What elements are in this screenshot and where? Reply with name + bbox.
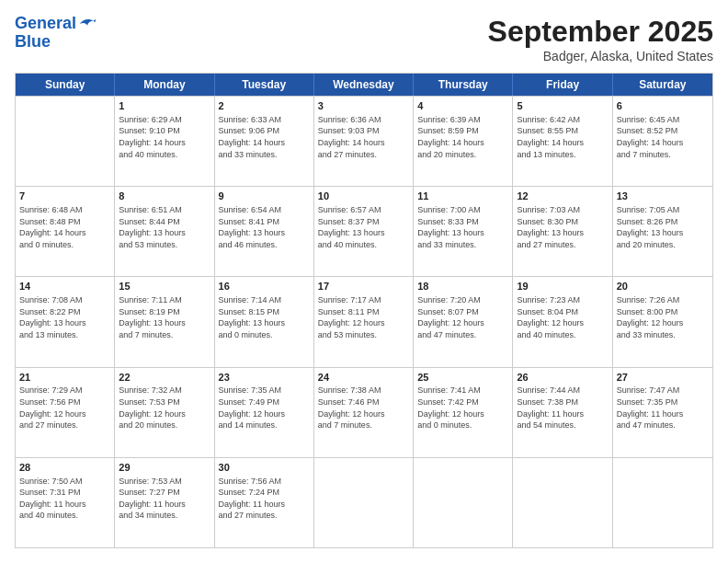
weekday-header: Thursday — [414, 74, 513, 96]
day-info: Sunrise: 7:17 AM Sunset: 8:11 PM Dayligh… — [318, 294, 409, 340]
calendar-cell: 20Sunrise: 7:26 AM Sunset: 8:00 PM Dayli… — [613, 277, 712, 366]
calendar-cell: 13Sunrise: 7:05 AM Sunset: 8:26 PM Dayli… — [613, 187, 712, 276]
day-info: Sunrise: 7:03 AM Sunset: 8:30 PM Dayligh… — [517, 204, 608, 250]
calendar-cell: 10Sunrise: 6:57 AM Sunset: 8:37 PM Dayli… — [314, 187, 414, 276]
calendar-cell: 15Sunrise: 7:11 AM Sunset: 8:19 PM Dayli… — [115, 277, 214, 366]
page: General Blue September 2025 Badger, Alas… — [0, 0, 728, 563]
weekday-header: Monday — [115, 74, 214, 96]
calendar-cell: 1Sunrise: 6:29 AM Sunset: 9:10 PM Daylig… — [115, 97, 214, 186]
day-number: 2 — [219, 99, 310, 113]
calendar-cell: 29Sunrise: 7:53 AM Sunset: 7:27 PM Dayli… — [115, 458, 214, 547]
day-info: Sunrise: 7:47 AM Sunset: 7:35 PM Dayligh… — [617, 385, 709, 431]
day-info: Sunrise: 6:51 AM Sunset: 8:44 PM Dayligh… — [119, 204, 210, 250]
calendar-cell: 24Sunrise: 7:38 AM Sunset: 7:46 PM Dayli… — [314, 368, 414, 457]
day-info: Sunrise: 7:00 AM Sunset: 8:33 PM Dayligh… — [417, 204, 508, 250]
calendar-cell: 22Sunrise: 7:32 AM Sunset: 7:53 PM Dayli… — [115, 368, 214, 457]
day-number: 3 — [318, 99, 409, 113]
day-number: 30 — [219, 461, 310, 475]
day-info: Sunrise: 7:38 AM Sunset: 7:46 PM Dayligh… — [318, 385, 409, 431]
calendar-cell: 28Sunrise: 7:50 AM Sunset: 7:31 PM Dayli… — [16, 458, 115, 547]
calendar-body: 1Sunrise: 6:29 AM Sunset: 9:10 PM Daylig… — [16, 96, 712, 547]
header: General Blue September 2025 Badger, Alas… — [15, 15, 713, 63]
day-number: 26 — [517, 371, 608, 385]
subtitle: Badger, Alaska, United States — [488, 49, 713, 63]
day-info: Sunrise: 6:54 AM Sunset: 8:41 PM Dayligh… — [219, 204, 310, 250]
calendar-cell: 27Sunrise: 7:47 AM Sunset: 7:35 PM Dayli… — [613, 368, 712, 457]
calendar-cell — [414, 458, 513, 547]
day-info: Sunrise: 6:42 AM Sunset: 8:55 PM Dayligh… — [517, 114, 608, 160]
calendar-cell: 19Sunrise: 7:23 AM Sunset: 8:04 PM Dayli… — [513, 277, 612, 366]
weekday-header: Saturday — [613, 74, 712, 96]
day-number: 9 — [219, 190, 310, 203]
day-number: 21 — [19, 371, 110, 385]
calendar-cell: 17Sunrise: 7:17 AM Sunset: 8:11 PM Dayli… — [314, 277, 414, 366]
weekday-header: Tuesday — [215, 74, 314, 96]
main-title: September 2025 — [488, 15, 713, 49]
calendar-cell: 26Sunrise: 7:44 AM Sunset: 7:38 PM Dayli… — [513, 368, 612, 457]
day-info: Sunrise: 6:33 AM Sunset: 9:06 PM Dayligh… — [219, 114, 310, 160]
calendar-cell: 6Sunrise: 6:45 AM Sunset: 8:52 PM Daylig… — [613, 97, 712, 186]
day-number: 20 — [617, 280, 709, 293]
day-number: 19 — [517, 280, 608, 293]
calendar-row: 21Sunrise: 7:29 AM Sunset: 7:56 PM Dayli… — [16, 367, 712, 457]
calendar-row: 1Sunrise: 6:29 AM Sunset: 9:10 PM Daylig… — [16, 96, 712, 186]
weekday-header: Wednesday — [314, 74, 414, 96]
calendar-cell: 2Sunrise: 6:33 AM Sunset: 9:06 PM Daylig… — [215, 97, 314, 186]
day-number: 4 — [417, 99, 508, 113]
day-info: Sunrise: 7:08 AM Sunset: 8:22 PM Dayligh… — [19, 294, 110, 340]
calendar-cell: 25Sunrise: 7:41 AM Sunset: 7:42 PM Dayli… — [414, 368, 513, 457]
day-number: 11 — [417, 190, 508, 203]
day-info: Sunrise: 6:57 AM Sunset: 8:37 PM Dayligh… — [318, 204, 409, 250]
day-number: 1 — [119, 99, 210, 113]
logo: General Blue — [15, 15, 97, 52]
day-number: 29 — [119, 461, 210, 475]
day-number: 8 — [119, 190, 210, 203]
calendar-cell — [314, 458, 414, 547]
calendar-cell — [513, 458, 612, 547]
calendar-cell: 12Sunrise: 7:03 AM Sunset: 8:30 PM Dayli… — [513, 187, 612, 276]
title-block: September 2025 Badger, Alaska, United St… — [488, 15, 713, 63]
logo-bird-icon — [78, 15, 97, 33]
day-info: Sunrise: 6:29 AM Sunset: 9:10 PM Dayligh… — [119, 114, 210, 160]
day-number: 18 — [417, 280, 508, 293]
day-number: 14 — [19, 280, 110, 293]
calendar-cell: 8Sunrise: 6:51 AM Sunset: 8:44 PM Daylig… — [115, 187, 214, 276]
day-info: Sunrise: 7:20 AM Sunset: 8:07 PM Dayligh… — [417, 294, 508, 340]
day-number: 6 — [617, 99, 709, 113]
day-info: Sunrise: 7:44 AM Sunset: 7:38 PM Dayligh… — [517, 385, 608, 431]
day-number: 15 — [119, 280, 210, 293]
day-number: 24 — [318, 371, 409, 385]
day-info: Sunrise: 7:53 AM Sunset: 7:27 PM Dayligh… — [119, 476, 210, 522]
weekday-header: Friday — [513, 74, 612, 96]
day-number: 13 — [617, 190, 709, 203]
day-number: 28 — [19, 461, 110, 475]
calendar-cell: 5Sunrise: 6:42 AM Sunset: 8:55 PM Daylig… — [513, 97, 612, 186]
day-info: Sunrise: 6:48 AM Sunset: 8:48 PM Dayligh… — [19, 204, 110, 250]
day-info: Sunrise: 7:11 AM Sunset: 8:19 PM Dayligh… — [119, 294, 210, 340]
calendar-cell: 30Sunrise: 7:56 AM Sunset: 7:24 PM Dayli… — [215, 458, 314, 547]
day-info: Sunrise: 7:14 AM Sunset: 8:15 PM Dayligh… — [219, 294, 310, 340]
weekday-header: Sunday — [16, 74, 115, 96]
calendar-cell: 18Sunrise: 7:20 AM Sunset: 8:07 PM Dayli… — [414, 277, 513, 366]
day-number: 12 — [517, 190, 608, 203]
calendar-row: 7Sunrise: 6:48 AM Sunset: 8:48 PM Daylig… — [16, 186, 712, 276]
calendar-cell: 9Sunrise: 6:54 AM Sunset: 8:41 PM Daylig… — [215, 187, 314, 276]
calendar-cell: 21Sunrise: 7:29 AM Sunset: 7:56 PM Dayli… — [16, 368, 115, 457]
day-info: Sunrise: 7:29 AM Sunset: 7:56 PM Dayligh… — [19, 385, 110, 431]
calendar-cell: 4Sunrise: 6:39 AM Sunset: 8:59 PM Daylig… — [414, 97, 513, 186]
day-number: 7 — [19, 190, 110, 203]
calendar-header: SundayMondayTuesdayWednesdayThursdayFrid… — [16, 74, 712, 96]
day-info: Sunrise: 7:50 AM Sunset: 7:31 PM Dayligh… — [19, 476, 110, 522]
calendar-cell — [16, 97, 115, 186]
day-info: Sunrise: 7:56 AM Sunset: 7:24 PM Dayligh… — [219, 476, 310, 522]
day-info: Sunrise: 7:23 AM Sunset: 8:04 PM Dayligh… — [517, 294, 608, 340]
calendar-cell: 11Sunrise: 7:00 AM Sunset: 8:33 PM Dayli… — [414, 187, 513, 276]
day-number: 25 — [417, 371, 508, 385]
day-info: Sunrise: 7:41 AM Sunset: 7:42 PM Dayligh… — [417, 385, 508, 431]
calendar-cell: 7Sunrise: 6:48 AM Sunset: 8:48 PM Daylig… — [16, 187, 115, 276]
day-number: 27 — [617, 371, 709, 385]
calendar-row: 28Sunrise: 7:50 AM Sunset: 7:31 PM Dayli… — [16, 457, 712, 547]
day-info: Sunrise: 7:05 AM Sunset: 8:26 PM Dayligh… — [617, 204, 709, 250]
calendar-cell: 14Sunrise: 7:08 AM Sunset: 8:22 PM Dayli… — [16, 277, 115, 366]
day-info: Sunrise: 6:39 AM Sunset: 8:59 PM Dayligh… — [417, 114, 508, 160]
